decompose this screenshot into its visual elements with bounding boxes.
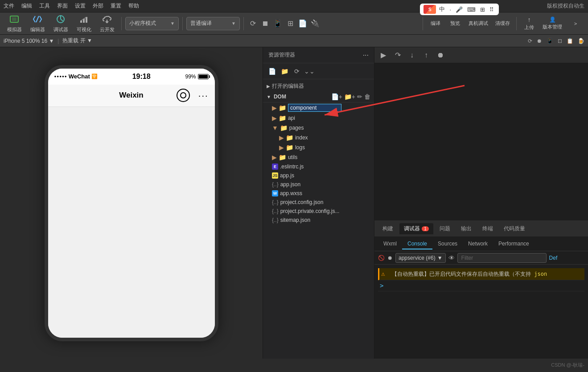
menu-edit[interactable]: 编辑	[21, 2, 32, 10]
wifi-icon: 🛜	[91, 74, 98, 79]
tree-label-appwxss: app.wxss	[280, 190, 302, 196]
tree-item-component[interactable]: ▶ 📁	[263, 102, 374, 113]
dbg-sec-tabs: Wxml Console Sources Network Performance	[378, 239, 535, 249]
explorer-more-btn[interactable]: ···	[363, 51, 369, 59]
editor-btn[interactable]: 编辑器	[27, 14, 48, 33]
cloud-btn[interactable]: 云开发	[96, 14, 118, 33]
tab-issues-label: 问题	[440, 225, 450, 233]
tree-item-index[interactable]: ▶ 📁 index	[263, 133, 374, 143]
tree-label-utils: utils	[288, 154, 297, 160]
tab-console[interactable]: Console	[402, 239, 432, 249]
mode-dropdown[interactable]: 小程序模式 ▼	[125, 17, 179, 30]
console-prompt-symbol[interactable]: >	[380, 282, 383, 289]
compile-dropdown[interactable]: 普通编译 ▼	[186, 17, 240, 30]
compile-action-btn[interactable]: 编译	[427, 14, 444, 33]
tab-codequality[interactable]: 代码质量	[499, 223, 530, 234]
plugin-btn[interactable]: 🔌	[310, 18, 321, 29]
hotreload-toggle[interactable]: 热重载 开 ▼	[62, 37, 92, 45]
ime-bar: S 中 · 🎤 ⌨ ⊞ ⠿	[420, 4, 499, 15]
menu-reset[interactable]: 重置	[111, 2, 121, 10]
ime-chinese-btn[interactable]: 中	[438, 5, 446, 14]
menu-interface[interactable]: 界面	[57, 2, 68, 10]
step-into-icon[interactable]: ↓	[407, 50, 417, 61]
menu-help[interactable]: 帮助	[128, 2, 139, 10]
tab-sources[interactable]: Sources	[432, 239, 463, 249]
step-over-icon[interactable]: ↷	[392, 50, 403, 61]
play-icon[interactable]: ▶	[378, 50, 389, 61]
cloud-label: 云开发	[100, 26, 115, 33]
debugger-btn[interactable]: 调试器	[50, 14, 71, 33]
step-out-icon[interactable]: ↑	[421, 50, 432, 61]
tab-debugger[interactable]: 调试器 1	[399, 223, 433, 234]
sim-refresh-icon[interactable]: ⟳	[528, 38, 532, 44]
collapse-icon[interactable]: ⌄⌄	[304, 66, 315, 77]
tree-item-sitemap[interactable]: {..} sitemap.json	[263, 216, 374, 225]
visualize-btn[interactable]: 可视化	[73, 14, 95, 33]
console-prompt-row: >	[378, 280, 584, 291]
dom-rename-icon[interactable]: ✏	[357, 93, 362, 100]
clear-console-icon[interactable]: 🚫	[378, 255, 385, 261]
tree-item-appjs[interactable]: JS app.js	[263, 171, 374, 180]
tab-wxml[interactable]: Wxml	[378, 239, 402, 249]
sim-plugin-icon[interactable]: 🍺	[578, 38, 584, 44]
menu-external[interactable]: 外部	[93, 2, 103, 10]
tree-item-projectprivate[interactable]: {..} project.private.config.js...	[263, 207, 374, 216]
dom-arrow[interactable]: ▼	[267, 94, 271, 99]
version-btn[interactable]: 👤 版本管理	[540, 14, 565, 33]
new-folder-icon[interactable]: 📁	[279, 66, 290, 77]
simulator-btn[interactable]: 模拟器	[4, 14, 25, 33]
ime-apps-btn[interactable]: ⠿	[488, 6, 495, 13]
tree-item-eslintrc[interactable]: E .eslintrc.js	[263, 162, 374, 171]
sim-grid-icon[interactable]: ⊡	[558, 38, 562, 44]
tree-item-pages[interactable]: ▼ 📁 pages	[263, 123, 374, 133]
refresh-btn[interactable]: ⟳	[247, 18, 258, 29]
file-icon-projectconfig: {..}	[272, 199, 279, 205]
stop-btn[interactable]: ⏹	[260, 18, 271, 29]
tab-build[interactable]: 构建	[378, 223, 398, 234]
new-file-icon[interactable]: 📄	[267, 66, 277, 77]
file-btn[interactable]: 📄	[297, 18, 308, 29]
phone-btn[interactable]: 📱	[272, 18, 283, 29]
open-editors-section[interactable]: ▶ 打开的编辑器	[263, 81, 374, 91]
breakpoints-icon[interactable]: ⏺	[435, 50, 446, 61]
menu-tools[interactable]: 工具	[39, 2, 50, 10]
filter-input[interactable]	[457, 253, 547, 263]
tree-item-logs[interactable]: ▶ 📁 logs	[263, 143, 374, 152]
eye-icon[interactable]: 👁	[448, 254, 455, 262]
rename-input[interactable]	[288, 104, 341, 112]
tree-item-utils[interactable]: ▶ 📁 utils	[263, 152, 374, 162]
tree-item-appwxss[interactable]: W app.wxss	[263, 189, 374, 198]
def-btn[interactable]: Def	[549, 255, 558, 261]
service-select[interactable]: appservice (#6) ▼	[395, 253, 446, 263]
tree-item-api[interactable]: ▶ 📁 api	[263, 113, 374, 123]
ime-mic-btn[interactable]: 🎤	[454, 6, 464, 13]
preview-btn[interactable]: 预览	[446, 14, 464, 33]
filter-stop-icon[interactable]: ⏺	[387, 255, 393, 261]
tab-issues[interactable]: 问题	[435, 223, 455, 234]
tab-network[interactable]: Network	[463, 239, 493, 249]
dom-add-folder-icon[interactable]: 📁+	[344, 93, 355, 100]
upload-btn[interactable]: ↑ 上传	[520, 14, 538, 33]
device-info[interactable]: iPhone 5 100% 16 ▼	[4, 38, 54, 44]
tab-performance[interactable]: Performance	[493, 239, 535, 249]
sim-file-icon[interactable]: 📋	[567, 38, 573, 44]
ime-keyboard-btn[interactable]: ⌨	[466, 6, 477, 13]
ime-grid-btn[interactable]: ⊞	[479, 6, 486, 13]
grid-btn[interactable]: ⊞	[285, 18, 296, 29]
sim-phone-icon[interactable]: 📱	[547, 38, 553, 44]
dom-delete-icon[interactable]: 🗑	[364, 93, 370, 100]
menu-file[interactable]: 文件	[4, 2, 14, 10]
tree-item-appjson[interactable]: {..} app.json	[263, 180, 374, 189]
tab-terminal[interactable]: 终端	[478, 223, 498, 234]
more-action-btn[interactable]: >	[567, 14, 584, 33]
dom-add-file-icon[interactable]: 📄+	[331, 93, 342, 100]
sim-record-icon[interactable]: ⏺	[537, 38, 542, 44]
ime-dot-btn[interactable]: ·	[448, 6, 452, 13]
refresh-explorer-icon[interactable]: ⟳	[292, 66, 302, 77]
clearcache-btn[interactable]: 清缓存	[493, 14, 513, 33]
realdev-btn[interactable]: 真机调试	[466, 14, 491, 33]
menu-settings[interactable]: 设置	[75, 2, 86, 10]
tab-debugger-label: 调试器	[404, 225, 420, 233]
tree-item-projectconfig[interactable]: {..} project.config.json	[263, 198, 374, 207]
tab-output[interactable]: 输出	[456, 223, 476, 234]
